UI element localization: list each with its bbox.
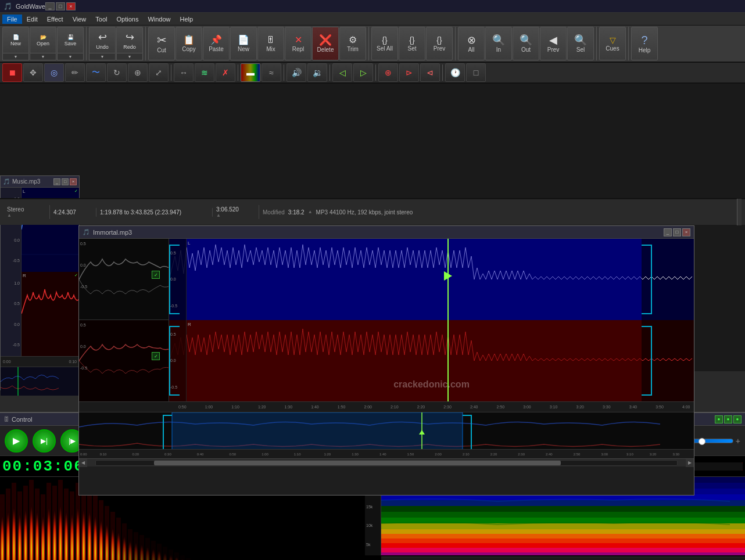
new-button[interactable]: 📄 New bbox=[2, 27, 29, 53]
immortal-maximize-btn[interactable]: □ bbox=[673, 228, 681, 236]
immortal-playhead[interactable] bbox=[447, 239, 449, 320]
svg-rect-28 bbox=[81, 486, 86, 560]
redo-dropdown[interactable]: ▼ bbox=[116, 53, 143, 60]
fx-red1-btn[interactable]: ⊳ bbox=[399, 63, 419, 82]
fx-zoom-time-btn[interactable]: ⊕ bbox=[128, 63, 148, 82]
preview-yaxis-top: 0.5 0.0 -0.5 bbox=[80, 242, 87, 289]
menu-window[interactable]: Window bbox=[143, 15, 175, 24]
immortal-minimize-btn[interactable]: _ bbox=[664, 228, 672, 236]
svg-rect-39 bbox=[145, 538, 150, 560]
minimize-button[interactable]: _ bbox=[45, 2, 55, 10]
scrollbar-track[interactable] bbox=[95, 460, 678, 466]
svg-rect-21 bbox=[41, 494, 45, 560]
save-dropdown[interactable]: ▼ bbox=[57, 53, 84, 60]
delete-button[interactable]: ❌ Delete bbox=[312, 27, 339, 60]
fx-pencil-btn[interactable]: ✏ bbox=[65, 63, 85, 82]
set-button[interactable]: {} Set bbox=[399, 27, 425, 60]
open-button[interactable]: 📂 Open bbox=[30, 27, 56, 53]
immortal-playhead-arrow bbox=[444, 271, 452, 281]
menu-edit[interactable]: Edit bbox=[22, 15, 42, 24]
fx-red2-btn[interactable]: ⊲ bbox=[420, 63, 440, 82]
replace-button[interactable]: ✕ Repl bbox=[285, 27, 311, 60]
menu-tool[interactable]: Tool bbox=[91, 15, 112, 24]
fx-volume-btn[interactable]: 🔊 bbox=[286, 63, 306, 82]
fx-fade-out-btn[interactable]: ▷ bbox=[353, 63, 373, 82]
fx-crossfade-btn[interactable]: ≋ bbox=[195, 63, 214, 82]
new2-button[interactable]: 📄 New bbox=[230, 27, 257, 60]
scrollbar-right-btn[interactable]: ▶ bbox=[686, 459, 694, 467]
svg-rect-42 bbox=[163, 547, 167, 560]
immortal-selection-end-bracket[interactable] bbox=[642, 245, 652, 314]
fx-stretch-btn[interactable]: ↔ bbox=[174, 63, 194, 82]
play-selection-button[interactable]: ▶| bbox=[33, 429, 56, 453]
close-button[interactable]: × bbox=[66, 2, 76, 10]
play-button[interactable]: ▶ bbox=[5, 429, 28, 453]
redo-button[interactable]: ↪ Redo bbox=[116, 27, 143, 53]
trim-button[interactable]: ⚙ Trim bbox=[339, 27, 366, 60]
svg-rect-36 bbox=[128, 529, 132, 560]
zoom-prev-button[interactable]: ◀ Prev bbox=[540, 27, 567, 60]
immortal-close-btn[interactable]: × bbox=[682, 228, 690, 236]
immortal-ruler-marks: 0:50 1:00 1:10 1:20 1:30 1:40 1:50 2:00 … bbox=[169, 402, 694, 412]
new-dropdown[interactable]: ▼ bbox=[2, 53, 29, 60]
fx-crosshair-btn[interactable]: ⊕ bbox=[378, 63, 398, 82]
fx-fit-btn[interactable]: ⤢ bbox=[149, 63, 169, 82]
menu-view[interactable]: View bbox=[68, 15, 91, 24]
control-btn1[interactable]: ● bbox=[715, 415, 723, 423]
music-minimize-btn[interactable]: _ bbox=[53, 178, 60, 185]
zoom-in-button[interactable]: 🔍 In bbox=[485, 27, 512, 60]
svg-rect-31 bbox=[99, 500, 103, 560]
music-maximize-btn[interactable]: □ bbox=[62, 178, 69, 185]
zoom-in-icon: 🔍 bbox=[492, 35, 505, 45]
fx-separator-2 bbox=[238, 64, 238, 81]
fx-fade-in-btn[interactable]: ◁ bbox=[332, 63, 352, 82]
fx-cut2-btn[interactable]: ✗ bbox=[216, 63, 235, 82]
menu-options[interactable]: Options bbox=[112, 15, 143, 24]
zoom-sel-button[interactable]: 🔍 Sel bbox=[567, 27, 594, 60]
fx-clock-btn[interactable]: 🕐 bbox=[445, 63, 465, 82]
cut-button[interactable]: ✂ Cut bbox=[148, 27, 175, 60]
selall-button[interactable]: {} Sel All bbox=[371, 27, 398, 60]
fx-spectrum-btn[interactable]: ▬ bbox=[241, 63, 260, 82]
control-btn3[interactable]: ● bbox=[733, 415, 742, 423]
menu-effect[interactable]: Effect bbox=[42, 15, 68, 24]
speed-thumb[interactable] bbox=[699, 438, 705, 445]
immortal-hscrollbar[interactable]: ◀ ▶ bbox=[79, 458, 694, 466]
fx-loop-btn[interactable]: ↻ bbox=[107, 63, 127, 82]
undo-dropdown[interactable]: ▼ bbox=[89, 53, 116, 60]
menu-help[interactable]: Help bbox=[175, 15, 198, 24]
copy-button[interactable]: 📋 Copy bbox=[175, 27, 202, 60]
prev-button[interactable]: {} Prev bbox=[426, 27, 453, 60]
fx-stop-btn[interactable]: ⏹ bbox=[2, 63, 22, 82]
fx-move-btn[interactable]: ✥ bbox=[23, 63, 43, 82]
zoom-out-button[interactable]: 🔍 Out bbox=[513, 27, 539, 60]
immortal-timeline-ruler: 0:50 1:00 1:10 1:20 1:30 1:40 1:50 2:00 … bbox=[79, 401, 694, 412]
scrollbar-thumb[interactable] bbox=[154, 461, 561, 465]
undo-button[interactable]: ↩ Undo bbox=[89, 27, 116, 53]
music-close-btn[interactable]: × bbox=[70, 178, 77, 185]
cues-button[interactable]: ▽ Cues bbox=[599, 27, 626, 60]
help-button[interactable]: ? Help bbox=[631, 27, 658, 60]
status-resize-handle[interactable] bbox=[737, 199, 742, 225]
fx-select-btn[interactable]: ◎ bbox=[44, 63, 64, 82]
scrollbar-left-btn[interactable]: ◀ bbox=[79, 459, 87, 467]
zoom-all-button[interactable]: ⊗ All bbox=[458, 27, 485, 60]
immortal-selection-start-bracket-right[interactable] bbox=[169, 326, 180, 396]
spectrogram-xaxis: -2.0 -1.9 -1.8 -1.7 -1.6 -1.5 -1.4 -1.3 … bbox=[381, 557, 745, 560]
fx-msg-btn[interactable]: □ bbox=[466, 63, 486, 82]
fx-vol-down-btn[interactable]: 🔉 bbox=[307, 63, 327, 82]
fx-noise-btn[interactable]: ≈ bbox=[262, 63, 281, 82]
open-dropdown[interactable]: ▼ bbox=[30, 53, 56, 60]
immortal-overview-timeline: 0:00 0:10 0:20 0:30 0:40 0:50 1:00 1:10 … bbox=[79, 449, 694, 458]
speed-increase-btn[interactable]: + bbox=[736, 436, 740, 446]
immortal-selection-end-bracket-right[interactable] bbox=[642, 326, 652, 396]
control-btn2[interactable]: ● bbox=[724, 415, 732, 423]
status-position-value: 3:06.520 bbox=[216, 206, 255, 213]
fx-wave-btn[interactable]: 〜 bbox=[86, 63, 106, 82]
mix-button[interactable]: 🎚 Mix bbox=[257, 27, 284, 60]
paste-button[interactable]: 📌 Paste bbox=[203, 27, 230, 60]
save-button[interactable]: 💾 Save bbox=[57, 27, 84, 53]
menu-file[interactable]: File bbox=[2, 15, 22, 24]
maximize-button[interactable]: □ bbox=[56, 2, 65, 10]
immortal-selection-start-bracket[interactable] bbox=[169, 245, 180, 314]
